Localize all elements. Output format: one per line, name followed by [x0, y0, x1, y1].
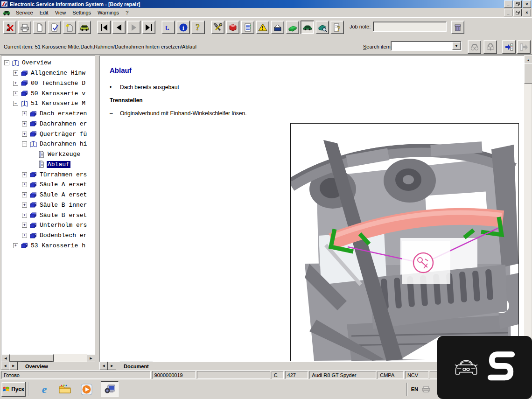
tree-item[interactable]: +Unterholm ers [1, 220, 95, 231]
tree-item[interactable]: +50 Karosserie v [1, 88, 95, 98]
tree-item[interactable]: +Säule B erset [1, 210, 95, 220]
expand-icon[interactable]: + [22, 132, 27, 137]
tray-printer-icon[interactable] [422, 386, 430, 392]
info-button[interactable]: i [176, 21, 190, 34]
tab-overview[interactable]: Overview [18, 362, 56, 370]
menu-edit[interactable]: Edit [36, 9, 52, 16]
menu-settings[interactable]: Settings [69, 9, 94, 16]
manual-search-button[interactable] [315, 21, 329, 34]
internet-explorer-icon[interactable]: e [38, 383, 50, 395]
help-button[interactable]: ? [191, 21, 205, 34]
expand-icon[interactable]: + [13, 243, 18, 248]
language-indicator[interactable]: EN [411, 386, 418, 392]
active-app-task-button[interactable] [101, 381, 119, 397]
term-link-button[interactable]: t. [161, 21, 175, 34]
media-player-icon[interactable] [80, 383, 92, 395]
green-manual-button[interactable] [286, 21, 299, 34]
menu-service[interactable]: Service [13, 9, 36, 16]
expand-icon[interactable]: + [13, 70, 18, 76]
tree-item-label[interactable]: 51 Karosserie M [30, 100, 86, 107]
tree-item-label[interactable]: Säule A erset [39, 191, 88, 198]
green-vehicle-button[interactable] [301, 21, 314, 34]
tab-scroll-right-icon[interactable]: ▶ [108, 362, 116, 370]
tree-item[interactable]: Ablauf [1, 160, 95, 170]
tree-item-label[interactable]: Ablauf [47, 161, 70, 168]
search-item-combobox[interactable]: ▼ [391, 41, 462, 51]
tree-horizontal-scrollbar[interactable]: ◀ ▶ [1, 354, 95, 362]
tree-item[interactable]: +Säule B inner [1, 200, 95, 210]
combobox-dropdown-arrow-icon[interactable]: ▼ [452, 42, 461, 50]
tree-item-label[interactable]: 53 Karosserie h [30, 242, 86, 249]
new-note-button[interactable] [63, 21, 76, 34]
tree-item[interactable]: +Dach ersetzen [1, 109, 95, 119]
expand-icon[interactable]: + [22, 121, 27, 126]
tree-item-label[interactable]: Querträger fü [39, 131, 88, 138]
document-vertical-scrollbar[interactable]: ▲ ▼ [524, 56, 532, 361]
tree-item[interactable]: +00 Technische D [1, 78, 95, 89]
child-close-button[interactable]: × [523, 9, 531, 16]
expand-icon[interactable]: + [22, 203, 27, 208]
tree-item[interactable]: +Türrahmen ers [1, 169, 95, 180]
tree-item-label[interactable]: Werkzeuge [47, 151, 81, 158]
tree-item[interactable]: +53 Karosserie h [1, 241, 95, 251]
nav-last-button[interactable] [142, 21, 155, 34]
expand-icon[interactable]: + [22, 111, 27, 116]
tree-item-label[interactable]: Säule A erset [39, 181, 88, 188]
tree-item-label[interactable]: Bodenblech er [39, 232, 88, 239]
print-button[interactable] [18, 21, 31, 34]
menu-warnings[interactable]: Warnings [94, 9, 122, 16]
restore-button[interactable] [513, 0, 522, 8]
expand-icon[interactable]: + [22, 223, 27, 228]
tree-item[interactable]: Werkzeuge [1, 149, 95, 160]
tree-item-label[interactable]: Türrahmen ers [39, 171, 88, 178]
expand-icon[interactable]: + [22, 233, 27, 238]
tree-item[interactable]: −51 Karosserie M [1, 98, 95, 109]
collapse-icon[interactable]: − [13, 101, 18, 106]
close-button[interactable]: × [523, 0, 531, 8]
tab-scroll-left-icon[interactable]: ◀ [99, 362, 108, 370]
tab-scroll-left-icon[interactable]: ◀ [1, 362, 9, 370]
warnings-button[interactable] [256, 21, 269, 34]
search-item-input[interactable] [391, 41, 462, 51]
tree-item-label[interactable]: Dach ersetzen [39, 110, 88, 117]
expand-icon[interactable]: + [22, 172, 27, 177]
child-restore-button[interactable] [513, 9, 522, 16]
workshop-tools-button[interactable] [211, 21, 224, 34]
tree-item[interactable]: +Säule A erset [1, 190, 95, 200]
tree-item-label[interactable]: 00 Technische D [30, 80, 86, 87]
tree-item[interactable]: +Allgemeine Hinw [1, 68, 95, 78]
nav-first-button[interactable] [97, 21, 111, 34]
expand-icon[interactable]: + [22, 182, 27, 187]
exit-button[interactable] [3, 21, 16, 34]
red-manual-button[interactable] [226, 21, 239, 34]
job-note-archive-button[interactable] [451, 21, 464, 34]
tab-scroll-right-icon[interactable]: ▶ [9, 362, 18, 370]
start-button[interactable]: Пуск [1, 382, 26, 397]
expand-icon[interactable]: + [22, 192, 27, 197]
document-list-button[interactable] [241, 21, 254, 34]
menu-help[interactable]: ? [122, 9, 132, 16]
job-note-input[interactable] [373, 21, 447, 32]
expand-icon[interactable]: + [13, 81, 18, 86]
child-minimize-button[interactable]: _ [504, 9, 512, 16]
parts-box-button[interactable] [271, 21, 284, 34]
expand-icon[interactable]: + [22, 213, 27, 218]
scrollbar-thumb[interactable] [524, 63, 532, 84]
tree-item-label[interactable]: Unterholm ers [39, 222, 88, 229]
pane-splitter[interactable] [95, 56, 99, 362]
tree-item-label[interactable]: Säule B erset [39, 212, 88, 219]
nav-prev-button[interactable] [112, 21, 126, 34]
menu-view[interactable]: View [52, 9, 70, 16]
tree-item[interactable]: +Querträger fü [1, 129, 95, 139]
scroll-left-icon[interactable]: ◀ [1, 354, 10, 362]
edit-document-button[interactable] [48, 21, 61, 34]
scroll-up-icon[interactable]: ▲ [524, 56, 532, 64]
tree-item[interactable]: +Bodenblech er [1, 231, 95, 241]
tree-item-label[interactable]: Säule B inner [39, 202, 88, 209]
collapse-icon[interactable]: − [4, 60, 9, 65]
expand-icon[interactable]: + [13, 91, 18, 96]
tree-item-label[interactable]: 50 Karosserie v [30, 90, 86, 97]
new-document-button[interactable] [33, 21, 46, 34]
file-explorer-icon[interactable] [59, 383, 71, 395]
document-help-button[interactable]: ? [330, 21, 344, 34]
